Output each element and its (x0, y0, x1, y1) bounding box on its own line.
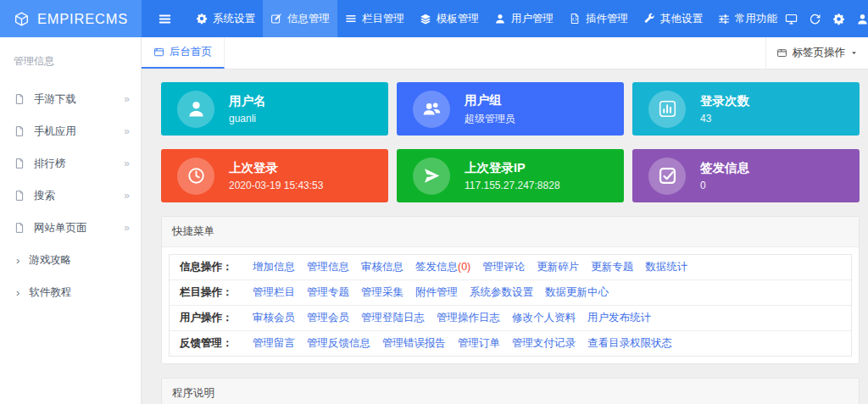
quick-menu-row-label: 反馈管理： (180, 337, 253, 350)
quick-menu-link[interactable]: 管理反馈信息 (307, 337, 370, 350)
stat-card-title: 登录次数 (700, 93, 749, 109)
stat-card-text: 上次登录IP117.155.27.247:8828 (465, 160, 560, 191)
topnav-item[interactable]: 常用功能 (710, 0, 785, 37)
quick-menu-link[interactable]: 系统参数设置 (470, 286, 533, 299)
quick-menu-link[interactable]: 数据统计 (645, 261, 687, 274)
user-icon (494, 13, 506, 25)
quick-menu-link[interactable]: 更新碎片 (537, 261, 579, 274)
topnav-item[interactable]: 模板管理 (412, 0, 487, 37)
doc-icon (14, 125, 25, 137)
sidebar-toggle-button[interactable] (142, 0, 188, 37)
quick-menu-link[interactable]: 管理专题 (307, 286, 349, 299)
quick-menu-row: 信息操作：增加信息管理信息审核信息签发信息(0)管理评论更新碎片更新专题数据统计 (170, 255, 851, 280)
tab-actions-button[interactable]: 标签页操作 (765, 37, 868, 69)
stat-card[interactable]: 用户名guanli (161, 82, 388, 136)
refresh-icon (809, 13, 821, 25)
content-column: 后台首页 标签页操作 用户名guanli用户组超级管理员登录次数43上次登录20… (142, 37, 868, 404)
gear-button[interactable] (832, 13, 845, 25)
quick-menu-link[interactable]: 查看目录权限状态 (587, 337, 672, 350)
stat-card[interactable]: 签发信息0 (632, 149, 860, 202)
sidebar: 管理信息 手游下载»手机应用»排行榜»搜索»网站单页面» ›游戏攻略›软件教程 (0, 37, 142, 404)
list-icon (345, 13, 357, 25)
stat-card-text: 上次登录2020-03-19 15:43:53 (229, 160, 323, 191)
quick-menu-link[interactable]: 更新专题 (591, 261, 633, 274)
caret-down-icon (850, 49, 858, 57)
user-button[interactable] (856, 13, 868, 25)
topnav-menu: 系统设置信息管理栏目管理模板管理用户管理插件管理其他设置常用功能 (188, 0, 785, 37)
topnav-item-label: 用户管理 (511, 12, 554, 26)
quick-menu-link[interactable]: 管理采集 (361, 286, 403, 299)
tab-dashboard[interactable]: 后台首页 (142, 37, 225, 69)
quick-menu-link[interactable]: 审核会员 (253, 312, 295, 324)
quick-menu-table: 信息操作：增加信息管理信息审核信息签发信息(0)管理评论更新碎片更新专题数据统计… (169, 254, 852, 357)
chevron-double-right-icon: » (124, 125, 130, 137)
quick-menu-link[interactable]: 签发信息(0) (415, 261, 470, 274)
sidebar-item[interactable]: 搜索» (0, 180, 141, 212)
send-icon (422, 166, 442, 185)
chevron-double-right-icon: » (124, 158, 130, 169)
sidebar-item[interactable]: 排行榜» (0, 147, 141, 180)
quick-menu-link[interactable]: 管理错误报告 (382, 337, 446, 350)
chevron-right-icon: › (16, 254, 19, 267)
topnav-item-label: 系统设置 (213, 12, 255, 26)
sidebar-item[interactable]: 网站单页面» (0, 212, 141, 244)
topnav-item[interactable]: 栏目管理 (337, 0, 412, 37)
monitor-button[interactable] (785, 13, 798, 25)
quick-menu-link[interactable]: 管理支付记录 (512, 337, 576, 350)
quick-menu-links: 增加信息管理信息审核信息签发信息(0)管理评论更新碎片更新专题数据统计 (253, 261, 687, 274)
stat-card-value: 43 (700, 113, 749, 125)
chevron-double-right-icon: » (124, 222, 130, 234)
topbar-right (785, 0, 868, 37)
quick-menu-link[interactable]: 管理评论 (482, 261, 525, 274)
quick-menu-title: 快捷菜单 (162, 217, 859, 247)
window-icon (153, 47, 164, 58)
stat-card-icon-circle (413, 91, 450, 128)
quick-menu-link[interactable]: 修改个人资料 (512, 312, 576, 324)
topnav-item[interactable]: 其他设置 (636, 0, 710, 37)
topnav-item[interactable]: 系统设置 (188, 0, 263, 37)
stat-card[interactable]: 用户组超级管理员 (397, 82, 624, 136)
topnav-item[interactable]: 信息管理 (263, 0, 337, 37)
topnav-item-label: 信息管理 (287, 12, 330, 26)
quick-menu-link[interactable]: 管理登陆日志 (361, 312, 425, 324)
link-count-badge: (0) (458, 261, 470, 273)
topnav-item[interactable]: 插件管理 (561, 0, 636, 37)
tabs-icon (776, 47, 787, 58)
stat-card[interactable]: 登录次数43 (632, 82, 860, 136)
gear-icon (196, 13, 208, 25)
quick-menu-link[interactable]: 附件管理 (415, 286, 458, 299)
refresh-button[interactable] (809, 13, 821, 25)
quick-menu-link[interactable]: 数据更新中心 (545, 286, 609, 299)
stat-card-text: 签发信息0 (700, 160, 749, 191)
quick-menu-link[interactable]: 审核信息 (361, 261, 403, 274)
sidebar-item-label: 手游下载 (34, 92, 124, 107)
stat-card[interactable]: 上次登录2020-03-19 15:43:53 (161, 149, 388, 202)
stat-card-value: 117.155.27.247:8828 (465, 180, 560, 191)
sidebar-item-label: 网站单页面 (34, 221, 124, 235)
sidebar-item[interactable]: 手游下载» (0, 83, 141, 115)
quick-menu-link[interactable]: 管理留言 (253, 337, 295, 350)
sidebar-item[interactable]: 手机应用» (0, 115, 141, 147)
stat-cards: 用户名guanli用户组超级管理员登录次数43上次登录2020-03-19 15… (161, 82, 860, 202)
quick-menu-link[interactable]: 增加信息 (253, 261, 295, 274)
app-logo[interactable]: EMPIRECMS (0, 0, 142, 37)
doc-icon (14, 93, 25, 105)
quick-menu-link[interactable]: 管理信息 (307, 261, 349, 274)
stat-card-icon-circle (648, 91, 686, 128)
program-panel: 程序说明 (161, 378, 860, 404)
quick-menu-link[interactable]: 管理会员 (307, 312, 349, 324)
stat-card[interactable]: 上次登录IP117.155.27.247:8828 (397, 149, 624, 202)
quick-menu-link[interactable]: 管理订单 (458, 337, 500, 350)
topnav-item-label: 其他设置 (660, 12, 703, 26)
sidebar-group-item[interactable]: ›软件教程 (0, 276, 141, 308)
quick-menu-link[interactable]: 管理操作日志 (437, 312, 500, 324)
quick-menu-link[interactable]: 用户发布统计 (587, 312, 651, 324)
sidebar-group-item[interactable]: ›游戏攻略 (0, 244, 141, 276)
layers-icon (420, 13, 431, 25)
quick-menu-link[interactable]: 管理栏目 (253, 286, 295, 299)
stat-card-title: 上次登录IP (465, 160, 560, 176)
sidebar-section-title: 管理信息 (0, 47, 141, 83)
sidebar-group-label: 软件教程 (29, 285, 71, 300)
wrench-icon (643, 13, 655, 25)
topnav-item[interactable]: 用户管理 (487, 0, 561, 37)
